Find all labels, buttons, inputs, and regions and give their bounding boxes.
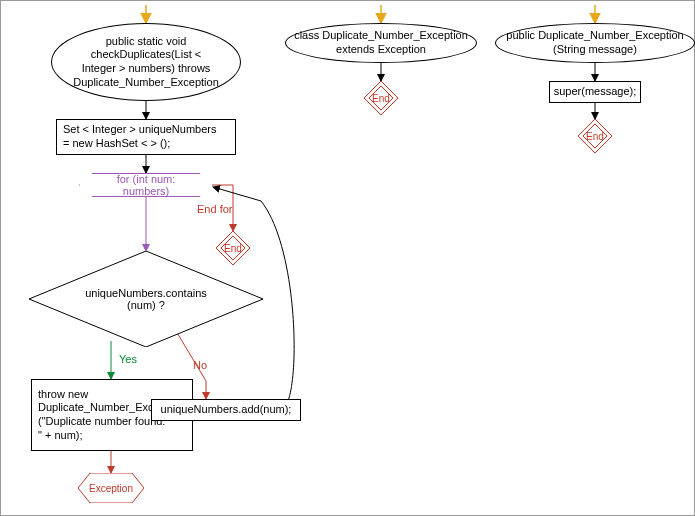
ctor-header-ellipse: public Duplicate_Number_Exception (Strin…: [495, 23, 695, 63]
init-set-rect: Set < Integer > uniqueNumbers = new Hash…: [56, 119, 236, 155]
method-header-ellipse: public static void checkDuplicates(List …: [51, 23, 241, 101]
for-loop-text: for (int num: numbers): [94, 173, 198, 197]
flowchart-canvas: public static void checkDuplicates(List …: [0, 0, 695, 516]
class-end-shape: End: [364, 81, 398, 115]
loop-end-text: End: [224, 243, 242, 254]
no-label: No: [193, 359, 207, 371]
class-header-ellipse: class Duplicate_Number_Exception extends…: [285, 23, 477, 63]
yes-label: Yes: [119, 353, 137, 365]
add-text: uniqueNumbers.add(num);: [161, 403, 292, 417]
exception-shape: Exception: [78, 473, 144, 503]
svg-marker-11: [29, 251, 263, 347]
class-header-text: class Duplicate_Number_Exception extends…: [294, 29, 468, 57]
class-end-text: End: [372, 93, 390, 104]
method-header-text: public static void checkDuplicates(List …: [73, 35, 219, 90]
super-rect: super(message);: [549, 81, 641, 103]
loop-end-shape: End: [216, 231, 250, 265]
add-rect: uniqueNumbers.add(num);: [151, 399, 301, 421]
ctor-end-shape: End: [578, 119, 612, 153]
end-for-label: End for: [197, 203, 232, 215]
decision-diamond: [29, 251, 263, 347]
init-set-text: Set < Integer > uniqueNumbers = new Hash…: [63, 123, 216, 151]
ctor-header-text: public Duplicate_Number_Exception (Strin…: [506, 29, 683, 57]
ctor-end-text: End: [586, 131, 604, 142]
super-text: super(message);: [554, 85, 637, 99]
for-loop-hexagon: for (int num: numbers): [79, 173, 213, 197]
exception-text: Exception: [89, 483, 133, 494]
